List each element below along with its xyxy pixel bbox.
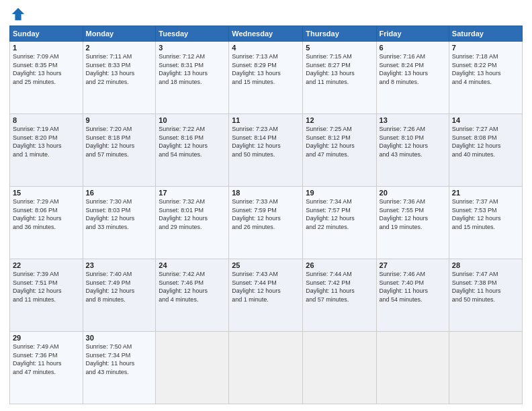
day-number: 4 (232, 44, 300, 52)
calendar-cell: 11Sunrise: 7:23 AM Sunset: 8:14 PM Dayli… (229, 114, 303, 187)
calendar-cell: 26Sunrise: 7:44 AM Sunset: 7:42 PM Dayli… (303, 259, 376, 332)
calendar-cell: 28Sunrise: 7:47 AM Sunset: 7:38 PM Dayli… (449, 259, 522, 332)
day-info: Sunrise: 7:20 AM Sunset: 8:18 PM Dayligh… (86, 125, 153, 158)
day-info: Sunrise: 7:18 AM Sunset: 8:22 PM Dayligh… (452, 52, 519, 86)
day-number: 1 (13, 44, 80, 52)
day-of-week-tuesday: Tuesday (156, 26, 229, 42)
day-number: 25 (232, 261, 300, 269)
calendar-cell (303, 332, 376, 404)
day-info: Sunrise: 7:47 AM Sunset: 7:38 PM Dayligh… (452, 270, 519, 304)
day-info: Sunrise: 7:39 AM Sunset: 7:51 PM Dayligh… (13, 270, 80, 304)
day-info: Sunrise: 7:42 AM Sunset: 7:46 PM Dayligh… (159, 270, 226, 304)
day-number: 22 (13, 261, 80, 269)
calendar-cell: 9Sunrise: 7:20 AM Sunset: 8:18 PM Daylig… (83, 114, 156, 187)
day-number: 21 (452, 189, 519, 197)
day-of-week-sunday: Sunday (10, 26, 83, 42)
day-info: Sunrise: 7:44 AM Sunset: 7:42 PM Dayligh… (306, 270, 373, 304)
day-number: 20 (380, 189, 446, 197)
calendar-cell: 3Sunrise: 7:12 AM Sunset: 8:31 PM Daylig… (156, 42, 229, 114)
day-info: Sunrise: 7:50 AM Sunset: 7:34 PM Dayligh… (86, 342, 153, 376)
calendar-cell: 27Sunrise: 7:46 AM Sunset: 7:40 PM Dayli… (376, 259, 449, 332)
day-number: 3 (159, 44, 226, 52)
calendar-cell: 14Sunrise: 7:27 AM Sunset: 8:08 PM Dayli… (449, 114, 522, 187)
day-number: 13 (380, 116, 446, 124)
day-info: Sunrise: 7:29 AM Sunset: 8:06 PM Dayligh… (13, 197, 80, 231)
day-info: Sunrise: 7:15 AM Sunset: 8:27 PM Dayligh… (306, 52, 373, 86)
day-number: 16 (86, 189, 153, 197)
day-info: Sunrise: 7:12 AM Sunset: 8:31 PM Dayligh… (159, 52, 226, 86)
day-info: Sunrise: 7:23 AM Sunset: 8:14 PM Dayligh… (232, 125, 300, 158)
calendar-cell: 6Sunrise: 7:16 AM Sunset: 8:24 PM Daylig… (376, 42, 449, 114)
day-number: 17 (159, 189, 226, 197)
calendar-cell: 13Sunrise: 7:26 AM Sunset: 8:10 PM Dayli… (376, 114, 449, 187)
calendar-table: SundayMondayTuesdayWednesdayThursdayFrid… (9, 26, 523, 404)
day-number: 28 (452, 261, 519, 269)
calendar-cell: 18Sunrise: 7:33 AM Sunset: 7:59 PM Dayli… (229, 187, 303, 259)
day-info: Sunrise: 7:11 AM Sunset: 8:33 PM Dayligh… (86, 52, 153, 86)
day-number: 18 (232, 189, 300, 197)
calendar-cell (449, 332, 522, 404)
day-info: Sunrise: 7:46 AM Sunset: 7:40 PM Dayligh… (380, 270, 446, 304)
page: SundayMondayTuesdayWednesdayThursdayFrid… (0, 0, 532, 411)
day-info: Sunrise: 7:37 AM Sunset: 7:53 PM Dayligh… (452, 197, 519, 231)
day-info: Sunrise: 7:13 AM Sunset: 8:29 PM Dayligh… (232, 52, 300, 86)
day-of-week-friday: Friday (376, 26, 449, 42)
calendar-cell: 24Sunrise: 7:42 AM Sunset: 7:46 PM Dayli… (156, 259, 229, 332)
day-number: 6 (380, 44, 446, 52)
calendar-week-row-1: 1Sunrise: 7:09 AM Sunset: 8:35 PM Daylig… (10, 42, 523, 114)
calendar-cell: 4Sunrise: 7:13 AM Sunset: 8:29 PM Daylig… (229, 42, 303, 114)
calendar-cell: 8Sunrise: 7:19 AM Sunset: 8:20 PM Daylig… (10, 114, 83, 187)
calendar-cell: 15Sunrise: 7:29 AM Sunset: 8:06 PM Dayli… (10, 187, 83, 259)
calendar-cell (156, 332, 229, 404)
logo (9, 7, 28, 21)
day-number: 29 (13, 334, 80, 342)
day-info: Sunrise: 7:34 AM Sunset: 7:57 PM Dayligh… (306, 197, 373, 231)
calendar-cell: 30Sunrise: 7:50 AM Sunset: 7:34 PM Dayli… (83, 332, 156, 404)
day-number: 5 (306, 44, 373, 52)
day-of-week-wednesday: Wednesday (229, 26, 303, 42)
calendar-cell (376, 332, 449, 404)
day-info: Sunrise: 7:36 AM Sunset: 7:55 PM Dayligh… (380, 197, 446, 231)
calendar-cell: 7Sunrise: 7:18 AM Sunset: 8:22 PM Daylig… (449, 42, 522, 114)
day-number: 14 (452, 116, 519, 124)
day-of-week-thursday: Thursday (303, 26, 376, 42)
day-of-week-monday: Monday (83, 26, 156, 42)
calendar-cell: 25Sunrise: 7:43 AM Sunset: 7:44 PM Dayli… (229, 259, 303, 332)
day-number: 12 (306, 116, 373, 124)
day-number: 11 (232, 116, 300, 124)
calendar-cell: 10Sunrise: 7:22 AM Sunset: 8:16 PM Dayli… (156, 114, 229, 187)
day-number: 24 (159, 261, 226, 269)
logo-icon (11, 7, 26, 21)
calendar-cell: 1Sunrise: 7:09 AM Sunset: 8:35 PM Daylig… (10, 42, 83, 114)
day-of-week-saturday: Saturday (449, 26, 522, 42)
day-info: Sunrise: 7:32 AM Sunset: 8:01 PM Dayligh… (159, 197, 226, 231)
calendar-cell: 2Sunrise: 7:11 AM Sunset: 8:33 PM Daylig… (83, 42, 156, 114)
calendar-cell: 17Sunrise: 7:32 AM Sunset: 8:01 PM Dayli… (156, 187, 229, 259)
day-info: Sunrise: 7:16 AM Sunset: 8:24 PM Dayligh… (380, 52, 446, 86)
calendar-cell: 16Sunrise: 7:30 AM Sunset: 8:03 PM Dayli… (83, 187, 156, 259)
day-number: 23 (86, 261, 153, 269)
calendar-cell: 20Sunrise: 7:36 AM Sunset: 7:55 PM Dayli… (376, 187, 449, 259)
day-info: Sunrise: 7:40 AM Sunset: 7:49 PM Dayligh… (86, 270, 153, 304)
header (9, 7, 523, 21)
calendar-cell: 29Sunrise: 7:49 AM Sunset: 7:36 PM Dayli… (10, 332, 83, 404)
day-info: Sunrise: 7:49 AM Sunset: 7:36 PM Dayligh… (13, 342, 80, 376)
calendar-cell (229, 332, 303, 404)
calendar-cell: 21Sunrise: 7:37 AM Sunset: 7:53 PM Dayli… (449, 187, 522, 259)
day-info: Sunrise: 7:43 AM Sunset: 7:44 PM Dayligh… (232, 270, 300, 304)
day-number: 7 (452, 44, 519, 52)
calendar-week-row-3: 15Sunrise: 7:29 AM Sunset: 8:06 PM Dayli… (10, 187, 523, 259)
calendar-cell: 23Sunrise: 7:40 AM Sunset: 7:49 PM Dayli… (83, 259, 156, 332)
day-info: Sunrise: 7:27 AM Sunset: 8:08 PM Dayligh… (452, 125, 519, 158)
calendar-cell: 22Sunrise: 7:39 AM Sunset: 7:51 PM Dayli… (10, 259, 83, 332)
day-number: 15 (13, 189, 80, 197)
day-number: 30 (86, 334, 153, 342)
day-number: 26 (306, 261, 373, 269)
day-number: 10 (159, 116, 226, 124)
day-info: Sunrise: 7:30 AM Sunset: 8:03 PM Dayligh… (86, 197, 153, 231)
calendar-cell: 5Sunrise: 7:15 AM Sunset: 8:27 PM Daylig… (303, 42, 376, 114)
day-number: 9 (86, 116, 153, 124)
svg-marker-0 (12, 8, 24, 20)
day-info: Sunrise: 7:25 AM Sunset: 8:12 PM Dayligh… (306, 125, 373, 158)
day-number: 19 (306, 189, 373, 197)
